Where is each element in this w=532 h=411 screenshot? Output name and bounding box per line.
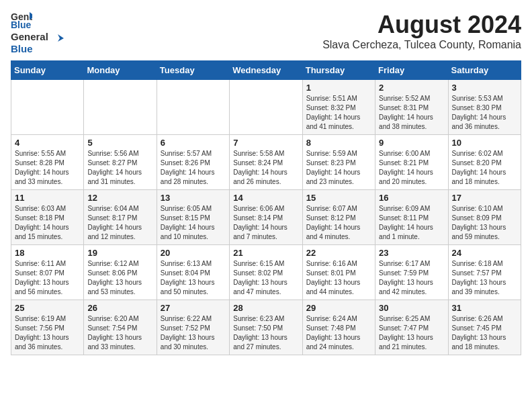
day-info: Sunrise: 6:15 AMSunset: 8:02 PMDaylight:…: [233, 259, 298, 297]
day-info: Sunrise: 6:13 AMSunset: 8:04 PMDaylight:…: [161, 259, 226, 297]
calendar-cell: 4Sunrise: 5:55 AMSunset: 8:28 PMDaylight…: [11, 135, 84, 190]
day-info: Sunrise: 6:09 AMSunset: 8:11 PMDaylight:…: [379, 204, 444, 242]
day-number: 11: [15, 193, 80, 203]
calendar-cell: 7Sunrise: 5:58 AMSunset: 8:24 PMDaylight…: [230, 135, 302, 190]
day-number: 25: [15, 303, 80, 313]
calendar-week-3: 11Sunrise: 6:03 AMSunset: 8:18 PMDayligh…: [11, 190, 521, 245]
day-number: 20: [161, 248, 226, 258]
day-number: 12: [87, 193, 152, 203]
calendar-week-2: 4Sunrise: 5:55 AMSunset: 8:28 PMDaylight…: [11, 135, 521, 190]
day-info: Sunrise: 6:23 AMSunset: 7:50 PMDaylight:…: [233, 314, 298, 352]
calendar-cell: 10Sunrise: 6:02 AMSunset: 8:20 PMDayligh…: [448, 135, 521, 190]
day-number: 30: [379, 303, 444, 313]
day-number: 23: [379, 248, 444, 258]
calendar-cell: 22Sunrise: 6:16 AMSunset: 8:01 PMDayligh…: [302, 245, 375, 300]
weekday-tuesday: Tuesday: [157, 61, 229, 80]
calendar-week-1: 1Sunrise: 5:51 AMSunset: 8:32 PMDaylight…: [11, 80, 521, 135]
day-info: Sunrise: 5:52 AMSunset: 8:31 PMDaylight:…: [379, 94, 444, 132]
day-info: Sunrise: 6:02 AMSunset: 8:20 PMDaylight:…: [452, 149, 517, 187]
day-info: Sunrise: 5:56 AMSunset: 8:27 PMDaylight:…: [87, 149, 152, 187]
calendar-cell: 31Sunrise: 6:26 AMSunset: 7:45 PMDayligh…: [448, 300, 521, 355]
day-info: Sunrise: 5:53 AMSunset: 8:30 PMDaylight:…: [452, 94, 517, 132]
weekday-header-row: SundayMondayTuesdayWednesdayThursdayFrid…: [11, 61, 521, 80]
calendar-cell: 24Sunrise: 6:18 AMSunset: 7:57 PMDayligh…: [448, 245, 521, 300]
day-info: Sunrise: 6:25 AMSunset: 7:47 PMDaylight:…: [379, 314, 444, 352]
day-number: 29: [306, 303, 371, 313]
day-info: Sunrise: 6:20 AMSunset: 7:54 PMDaylight:…: [87, 314, 152, 352]
calendar-cell: 11Sunrise: 6:03 AMSunset: 8:18 PMDayligh…: [11, 190, 84, 245]
svg-text:Blue: Blue: [11, 19, 32, 30]
day-number: 31: [452, 303, 517, 313]
page-header: General Blue General Blue August 2024 Sl…: [11, 11, 521, 55]
calendar-cell: [84, 80, 157, 135]
calendar-body: 1Sunrise: 5:51 AMSunset: 8:32 PMDaylight…: [11, 80, 521, 355]
day-number: 22: [306, 248, 371, 258]
calendar-week-5: 25Sunrise: 6:19 AMSunset: 7:56 PMDayligh…: [11, 300, 521, 355]
day-info: Sunrise: 6:05 AMSunset: 8:15 PMDaylight:…: [161, 204, 226, 242]
day-number: 4: [15, 138, 80, 148]
calendar-header: SundayMondayTuesdayWednesdayThursdayFrid…: [11, 61, 521, 80]
calendar-cell: 12Sunrise: 6:04 AMSunset: 8:17 PMDayligh…: [84, 190, 157, 245]
day-number: 14: [233, 193, 298, 203]
day-number: 3: [452, 83, 517, 93]
day-number: 8: [306, 138, 371, 148]
title-block: August 2024 Slava Cercheza, Tulcea Count…: [322, 11, 521, 51]
day-number: 26: [87, 303, 152, 313]
calendar-subtitle: Slava Cercheza, Tulcea County, Romania: [322, 39, 521, 51]
day-number: 1: [306, 83, 371, 93]
calendar-cell: 2Sunrise: 5:52 AMSunset: 8:31 PMDaylight…: [375, 80, 448, 135]
calendar-cell: 23Sunrise: 6:17 AMSunset: 7:59 PMDayligh…: [375, 245, 448, 300]
logo-general: General: [11, 31, 48, 42]
day-number: 6: [161, 138, 226, 148]
calendar-cell: 1Sunrise: 5:51 AMSunset: 8:32 PMDaylight…: [302, 80, 375, 135]
day-number: 5: [87, 138, 152, 148]
day-info: Sunrise: 6:22 AMSunset: 7:52 PMDaylight:…: [161, 314, 226, 352]
calendar-cell: 29Sunrise: 6:24 AMSunset: 7:48 PMDayligh…: [302, 300, 375, 355]
day-number: 21: [233, 248, 298, 258]
svg-marker-3: [58, 34, 64, 42]
logo: General Blue General Blue: [11, 11, 64, 55]
day-info: Sunrise: 6:26 AMSunset: 7:45 PMDaylight:…: [452, 314, 517, 352]
day-info: Sunrise: 6:18 AMSunset: 7:57 PMDaylight:…: [452, 259, 517, 297]
calendar-cell: [230, 80, 302, 135]
calendar-cell: 21Sunrise: 6:15 AMSunset: 8:02 PMDayligh…: [230, 245, 302, 300]
weekday-monday: Monday: [84, 61, 157, 80]
day-number: 18: [15, 248, 80, 258]
day-number: 13: [161, 193, 226, 203]
calendar-cell: 5Sunrise: 5:56 AMSunset: 8:27 PMDaylight…: [84, 135, 157, 190]
day-info: Sunrise: 5:58 AMSunset: 8:24 PMDaylight:…: [233, 149, 298, 187]
calendar-cell: 25Sunrise: 6:19 AMSunset: 7:56 PMDayligh…: [11, 300, 84, 355]
day-info: Sunrise: 6:03 AMSunset: 8:18 PMDaylight:…: [15, 204, 80, 242]
day-number: 9: [379, 138, 444, 148]
calendar-cell: 16Sunrise: 6:09 AMSunset: 8:11 PMDayligh…: [375, 190, 448, 245]
logo-bird-icon: [52, 33, 64, 42]
day-info: Sunrise: 6:04 AMSunset: 8:17 PMDaylight:…: [87, 204, 152, 242]
day-number: 19: [87, 248, 152, 258]
logo-blue: Blue: [11, 43, 33, 54]
weekday-friday: Friday: [375, 61, 448, 80]
day-info: Sunrise: 6:10 AMSunset: 8:09 PMDaylight:…: [452, 204, 517, 242]
calendar-cell: [157, 80, 229, 135]
day-number: 27: [161, 303, 226, 313]
calendar-cell: 3Sunrise: 5:53 AMSunset: 8:30 PMDaylight…: [448, 80, 521, 135]
calendar-cell: 20Sunrise: 6:13 AMSunset: 8:04 PMDayligh…: [157, 245, 229, 300]
calendar-week-4: 18Sunrise: 6:11 AMSunset: 8:07 PMDayligh…: [11, 245, 521, 300]
day-info: Sunrise: 6:06 AMSunset: 8:14 PMDaylight:…: [233, 204, 298, 242]
weekday-wednesday: Wednesday: [230, 61, 302, 80]
calendar-cell: 28Sunrise: 6:23 AMSunset: 7:50 PMDayligh…: [230, 300, 302, 355]
calendar-cell: 17Sunrise: 6:10 AMSunset: 8:09 PMDayligh…: [448, 190, 521, 245]
calendar-title: August 2024: [322, 11, 521, 39]
calendar-cell: 27Sunrise: 6:22 AMSunset: 7:52 PMDayligh…: [157, 300, 229, 355]
calendar-cell: 19Sunrise: 6:12 AMSunset: 8:06 PMDayligh…: [84, 245, 157, 300]
day-info: Sunrise: 6:19 AMSunset: 7:56 PMDaylight:…: [15, 314, 80, 352]
day-number: 16: [379, 193, 444, 203]
day-info: Sunrise: 5:59 AMSunset: 8:23 PMDaylight:…: [306, 149, 371, 187]
day-info: Sunrise: 5:55 AMSunset: 8:28 PMDaylight:…: [15, 149, 80, 187]
day-info: Sunrise: 6:00 AMSunset: 8:21 PMDaylight:…: [379, 149, 444, 187]
day-info: Sunrise: 6:11 AMSunset: 8:07 PMDaylight:…: [15, 259, 80, 297]
day-number: 10: [452, 138, 517, 148]
weekday-thursday: Thursday: [302, 61, 375, 80]
calendar-cell: 9Sunrise: 6:00 AMSunset: 8:21 PMDaylight…: [375, 135, 448, 190]
calendar-cell: 6Sunrise: 5:57 AMSunset: 8:26 PMDaylight…: [157, 135, 229, 190]
day-number: 7: [233, 138, 298, 148]
